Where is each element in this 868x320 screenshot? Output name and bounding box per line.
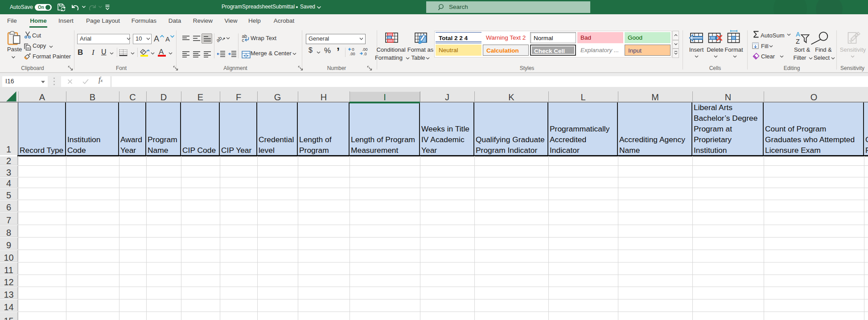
svg-text:Z: Z xyxy=(796,38,800,44)
svg-text:0: 0 xyxy=(352,47,354,52)
svg-text:c: c xyxy=(242,37,244,42)
svg-text:.0: .0 xyxy=(363,52,367,56)
svg-text:.00: .00 xyxy=(362,47,368,52)
svg-text:ab: ab xyxy=(217,35,223,43)
svg-text:.00: .00 xyxy=(350,52,355,56)
svg-text:A: A xyxy=(796,31,800,38)
